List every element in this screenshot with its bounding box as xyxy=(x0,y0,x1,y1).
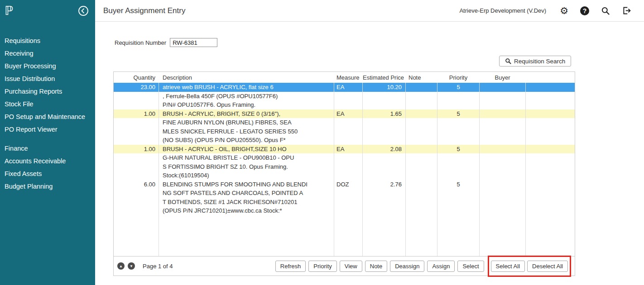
cell-empty xyxy=(480,206,526,215)
pager: ▲ ▼ Page 1 of 4 xyxy=(117,262,173,270)
table-row[interactable]: 1.00BRUSH - ACRYLIC, BRIGHT, SIZE 0 (3/1… xyxy=(114,109,575,145)
cell-description: MLES SNICKEL FERRULE - LEGATO SERIES 550 xyxy=(159,127,334,136)
select-all-button[interactable]: Select All xyxy=(491,261,525,272)
cell-spare xyxy=(526,118,575,127)
cell-buyer xyxy=(480,109,526,119)
page-down-icon[interactable]: ▼ xyxy=(128,262,135,270)
cell-empty xyxy=(334,215,363,256)
settings-button[interactable]: ⚙ xyxy=(560,6,568,15)
column-header-description: Description xyxy=(159,74,334,81)
cell-empty xyxy=(334,118,363,127)
cell-empty xyxy=(114,206,159,215)
cell-empty xyxy=(406,198,437,207)
cell-empty xyxy=(363,198,406,207)
cell-empty xyxy=(437,206,480,215)
sidebar-item-receiving[interactable]: Receiving xyxy=(0,47,95,60)
top-bar-actions: Atrieve-Erp Development (V.Dev) ⚙ ? xyxy=(459,6,631,15)
requisition-number-input[interactable] xyxy=(170,38,217,47)
cell-priority: 5 xyxy=(437,180,480,189)
sidebar-item-po-setup-and-maintenance[interactable]: PO Setup and Maintenance xyxy=(0,110,95,123)
sidebar-item-fixed-assets[interactable]: Fixed Assets xyxy=(0,167,95,180)
cell-estimated-price: 10.20 xyxy=(363,83,406,92)
sidebar-collapse-button[interactable] xyxy=(78,5,89,16)
cell-empty xyxy=(363,136,406,145)
view-button[interactable]: View xyxy=(340,261,362,272)
sidebar-item-finance[interactable]: Finance xyxy=(0,142,95,155)
page-label: Page 1 of 4 xyxy=(143,263,173,270)
search-button[interactable] xyxy=(601,6,610,15)
sidebar: ℙ RequisitionsReceivingBuyer ProcessingI… xyxy=(0,0,95,285)
cell-description: atrieve web BRUSH - ACRYLIC, flat size 6 xyxy=(159,83,334,92)
requisition-search-button[interactable]: Requisition Search xyxy=(499,56,571,66)
cell-empty xyxy=(114,171,159,180)
column-header-priority: Priority xyxy=(437,74,480,81)
sidebar-item-purchasing-reports[interactable]: Purchasing Reports xyxy=(0,85,95,98)
note-button[interactable]: Note xyxy=(365,261,387,272)
cell-empty xyxy=(363,127,406,136)
cell-quantity: 1.00 xyxy=(114,109,159,119)
cell-note xyxy=(406,109,437,119)
cell-empty xyxy=(406,92,437,101)
deassign-button[interactable]: Deassign xyxy=(390,261,424,272)
cell-spare xyxy=(526,83,575,92)
cell-empty xyxy=(363,92,406,101)
cell-quantity: 1.00 xyxy=(114,145,159,154)
sidebar-item-issue-distribution[interactable]: Issue Distribution xyxy=(0,72,95,85)
logout-button[interactable] xyxy=(622,6,631,15)
sidebar-item-budget-planning[interactable]: Budget Planning xyxy=(0,180,95,193)
cell-priority: 5 xyxy=(437,83,480,92)
cell-measure: EA xyxy=(334,145,363,154)
cell-empty xyxy=(406,100,437,109)
sidebar-nav-secondary: FinanceAccounts ReceivableFixed AssetsBu… xyxy=(0,142,95,193)
refresh-button[interactable]: Refresh xyxy=(275,261,306,272)
cell-empty xyxy=(480,171,526,180)
cell-quantity: 6.00 xyxy=(114,180,159,189)
priority-button[interactable]: Priority xyxy=(308,261,336,272)
table-row[interactable]: 23.00atrieve web BRUSH - ACRYLIC, flat s… xyxy=(114,83,575,109)
cell-empty xyxy=(363,162,406,171)
cell-empty xyxy=(114,136,159,145)
table-row[interactable]: 6.00BLENDING STUMPS FOR SMOOTHING AND BL… xyxy=(114,180,575,215)
cell-empty xyxy=(363,153,406,162)
sidebar-item-buyer-processing[interactable]: Buyer Processing xyxy=(0,60,95,72)
cell-priority: 5 xyxy=(437,145,480,154)
cell-spare xyxy=(526,153,575,162)
cell-empty xyxy=(334,136,363,145)
cell-measure: EA xyxy=(334,109,363,119)
select-button[interactable]: Select xyxy=(457,261,484,272)
cell-empty xyxy=(334,127,363,136)
cell-empty xyxy=(437,153,480,162)
cell-empty xyxy=(406,215,437,256)
cell-description: BLENDING STUMPS FOR SMOOTHING AND BLENDI xyxy=(159,180,334,189)
sidebar-nav-main: RequisitionsReceivingBuyer ProcessingIss… xyxy=(0,34,95,136)
cell-empty xyxy=(406,171,437,180)
cell-empty xyxy=(363,100,406,109)
sidebar-item-accounts-receivable[interactable]: Accounts Receivable xyxy=(0,155,95,167)
cell-empty xyxy=(480,100,526,109)
cell-empty xyxy=(363,215,406,256)
deselect-all-button[interactable]: Deselect All xyxy=(527,261,568,272)
cell-empty xyxy=(406,206,437,215)
table-row[interactable]: 1.00BRUSH - ACRYLIC - OIL, BRIGHT,SIZE 1… xyxy=(114,145,575,180)
sidebar-item-requisitions[interactable]: Requisitions xyxy=(0,34,95,47)
cell-empty xyxy=(437,92,480,101)
help-button[interactable]: ? xyxy=(580,6,589,15)
sidebar-item-stock-file[interactable]: Stock File xyxy=(0,98,95,110)
cell-description: (OPUS P/N JRC710201)±www.cbc.ca Stock:* xyxy=(159,206,334,215)
cell-empty xyxy=(406,118,437,127)
page-up-icon[interactable]: ▲ xyxy=(117,262,125,270)
cell-empty xyxy=(114,153,159,162)
screen: ℙ RequisitionsReceivingBuyer ProcessingI… xyxy=(0,0,644,285)
cell-description: S FORTISSIMO BRIGHT SZ 10. Opus Framing. xyxy=(159,162,334,171)
column-header-note: Note xyxy=(406,74,437,81)
cell-spare xyxy=(526,100,575,109)
environment-label: Atrieve-Erp Development (V.Dev) xyxy=(459,7,546,14)
cell-spare xyxy=(526,198,575,207)
cell-estimated-price: 2.08 xyxy=(363,145,406,154)
assign-button[interactable]: Assign xyxy=(427,261,455,272)
cell-empty xyxy=(114,198,159,207)
chevron-left-circle-icon xyxy=(78,5,89,16)
cell-empty xyxy=(437,189,480,198)
sidebar-item-po-report-viewer[interactable]: PO Report Viewer xyxy=(0,123,95,136)
cell-spare xyxy=(526,180,575,189)
